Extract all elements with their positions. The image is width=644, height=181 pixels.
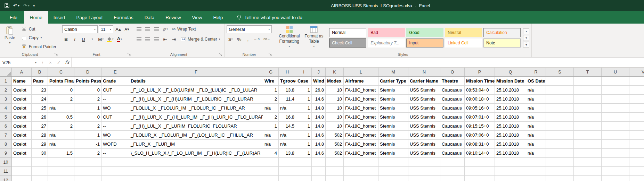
cell-A12[interactable] — [12, 176, 32, 181]
cell-M1[interactable]: Carrier Type — [378, 77, 408, 86]
cell-S7[interactable] — [546, 131, 574, 140]
cell-N7[interactable]: USS Stennis — [408, 131, 440, 140]
cell-H9[interactable]: 13.8 — [279, 149, 296, 158]
format-painter-button[interactable]: Format Painter — [20, 43, 58, 50]
cell-H6[interactable]: 14.5 — [279, 122, 296, 131]
cell-Q9[interactable]: 25.10.2018 — [495, 149, 526, 158]
align-left-button[interactable] — [135, 35, 143, 43]
cell-S10[interactable] — [546, 158, 574, 167]
cell-E7[interactable]: WO — [101, 131, 129, 140]
cell-F9[interactable]: \_SLO_H_LUR_X /_F_LO_LUR_IM _F_H(LUR)IC … — [129, 149, 263, 158]
cell-V4[interactable] — [629, 104, 644, 113]
cell-O11[interactable] — [440, 167, 465, 176]
col-header-I[interactable]: I — [296, 68, 312, 76]
italic-button[interactable]: I — [71, 35, 79, 43]
cut-button[interactable]: Cut — [20, 25, 58, 33]
cell-V12[interactable] — [629, 176, 644, 181]
cell-V3[interactable] — [629, 95, 644, 104]
cell-T8[interactable] — [574, 140, 602, 149]
cancel-button[interactable]: × — [46, 60, 55, 65]
align-middle-button[interactable] — [144, 25, 152, 33]
cell-O2[interactable]: Caucasus — [440, 86, 465, 95]
cell-C2[interactable]: 0 — [48, 86, 74, 95]
col-header-Q[interactable]: Q — [495, 68, 526, 76]
cell-R5[interactable]: n/a — [526, 113, 546, 122]
cell-M11[interactable] — [378, 167, 408, 176]
cell-G7[interactable]: n/a — [263, 131, 279, 140]
cell-P2[interactable]: 08:53:04+0 — [465, 86, 495, 95]
cell-E4[interactable]: WO — [101, 104, 129, 113]
cell-E5[interactable]: CUT — [101, 113, 129, 122]
tab-formulas[interactable]: Formulas — [108, 11, 139, 24]
cell-B11[interactable] — [32, 167, 48, 176]
cell-L8[interactable]: FA-18C_hornet — [344, 140, 378, 149]
cell-T6[interactable] — [574, 122, 602, 131]
cell-U12[interactable] — [602, 176, 629, 181]
cell-I6[interactable]: 1 — [296, 122, 312, 131]
cell-K9[interactable]: 502 — [326, 149, 344, 158]
cell-K1[interactable]: Modex — [326, 77, 344, 86]
cell-U7[interactable] — [602, 131, 629, 140]
cell-S9[interactable] — [546, 149, 574, 158]
cell-P1[interactable]: Mission Time — [465, 77, 495, 86]
cell-L2[interactable]: FA-18C_hornet — [344, 86, 378, 95]
cell-F11[interactable] — [129, 167, 263, 176]
cell-G8[interactable]: n/a — [263, 140, 279, 149]
cell-G12[interactable] — [263, 176, 279, 181]
tab-view[interactable]: View — [186, 11, 207, 24]
cell-G5[interactable]: 2 — [263, 113, 279, 122]
cell-I9[interactable]: 1 — [296, 149, 312, 158]
save-button[interactable] — [3, 3, 10, 8]
cell-S1[interactable] — [546, 77, 574, 86]
cell-B1[interactable]: Pass — [32, 77, 48, 86]
cell-Q11[interactable] — [495, 167, 526, 176]
cell-N12[interactable] — [408, 176, 440, 181]
cell-U4[interactable] — [602, 104, 629, 113]
cell-H7[interactable]: n/a — [279, 131, 296, 140]
increase-indent-button[interactable]: ⇥ — [170, 35, 178, 43]
number-dialog-launcher[interactable] — [269, 52, 272, 56]
cell-I12[interactable] — [296, 176, 312, 181]
cell-C8[interactable]: n/a — [48, 140, 74, 149]
style-neutral[interactable]: Neutral — [445, 28, 482, 37]
cell-K7[interactable]: 502 — [326, 131, 344, 140]
font-family-combo[interactable]: Calibri ▾ — [62, 25, 98, 33]
cell-N2[interactable]: USS Stennis — [408, 86, 440, 95]
cell-N1[interactable]: Carrier Name — [408, 77, 440, 86]
cell-Q3[interactable]: 25.10.2018 — [495, 95, 526, 104]
cell-R11[interactable] — [526, 167, 546, 176]
cell-C4[interactable]: n/a — [48, 104, 74, 113]
cell-P4[interactable]: 09:05:16+0 — [465, 104, 495, 113]
cell-A11[interactable] — [12, 167, 32, 176]
cell-C9[interactable]: 1.5 — [48, 149, 74, 158]
col-header-T[interactable]: T — [574, 68, 602, 76]
cell-N3[interactable]: USS Stennis — [408, 95, 440, 104]
col-header-L[interactable]: L — [344, 68, 378, 76]
style-input[interactable]: Input — [406, 38, 443, 48]
col-header-F[interactable]: F — [129, 68, 263, 76]
col-header-H[interactable]: H — [279, 68, 296, 76]
cell-K8[interactable]: 502 — [326, 140, 344, 149]
cell-B5[interactable]: 26 — [32, 113, 48, 122]
col-header-S[interactable]: S — [546, 68, 574, 76]
cell-B4[interactable]: 25 — [32, 104, 48, 113]
cell-B10[interactable] — [32, 158, 48, 167]
insert-function-button[interactable]: fx — [63, 60, 71, 65]
align-center-button[interactable] — [144, 35, 152, 43]
style-linked-cell[interactable]: Linked Cell — [445, 38, 482, 48]
cell-S3[interactable] — [546, 95, 574, 104]
cell-T2[interactable] — [574, 86, 602, 95]
cell-P5[interactable]: 09:07:01+0 — [465, 113, 495, 122]
cell-U9[interactable] — [602, 149, 629, 158]
col-header-B[interactable]: B — [32, 68, 48, 76]
cell-O3[interactable]: Caucasus — [440, 95, 465, 104]
cell-E2[interactable]: CUT — [101, 86, 129, 95]
cell-B7[interactable]: 28 — [32, 131, 48, 140]
cell-F6[interactable]: _F_(H)_LUL_X _F_LURIM FLOLURIC FLOLURAR — [129, 122, 263, 131]
row-header-10[interactable]: 10 — [0, 158, 12, 167]
cell-K2[interactable]: 10 — [326, 86, 344, 95]
cell-A5[interactable]: Ozelot — [12, 113, 32, 122]
customize-qat-button[interactable]: ▾ — [32, 3, 36, 8]
col-header-G[interactable]: G — [263, 68, 279, 76]
cell-M10[interactable] — [378, 158, 408, 167]
